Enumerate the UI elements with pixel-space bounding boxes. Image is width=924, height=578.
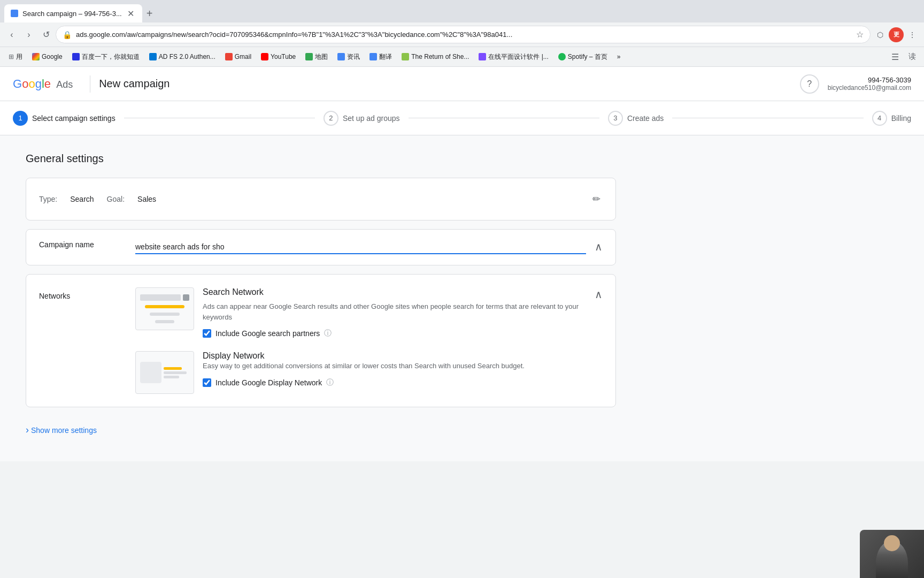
type-goal-card-content: Type: Search Goal: Sales ✏	[26, 178, 615, 220]
networks-card: Networks	[26, 274, 616, 407]
illus-bar-3	[155, 320, 175, 323]
extensions-button[interactable]: ⬡	[873, 27, 888, 42]
bookmark-label: Spotify – 首页	[568, 52, 607, 62]
account-id: 994-756-3039	[828, 76, 911, 84]
step-2[interactable]: 2 Set up ad groups	[324, 111, 400, 126]
search-network-title: Search Network	[203, 287, 264, 297]
new-tab-button[interactable]: +	[142, 5, 157, 22]
step-4[interactable]: 4 Billing	[872, 111, 911, 126]
section-title: General settings	[26, 153, 616, 165]
step-2-label: Set up ad groups	[343, 114, 400, 123]
step-connector-3	[672, 118, 863, 118]
step-1-circle: 1	[13, 111, 28, 126]
display-illustration	[135, 351, 194, 394]
bookmark-spotify[interactable]: Spotify – 首页	[554, 51, 612, 63]
bookmark-star-icon[interactable]: ☆	[856, 29, 864, 40]
menu-button[interactable]: ⋮	[905, 27, 920, 42]
type-goal-row: Type: Search Goal: Sales ✏	[39, 191, 603, 207]
show-more-settings-row[interactable]: › Show more settings	[26, 416, 616, 444]
chevron-up-icon: ∧	[595, 241, 603, 253]
bookmark-youtube[interactable]: YouTube	[257, 51, 300, 62]
step-connector-2	[409, 118, 599, 118]
display-network-info-icon[interactable]: ⓘ	[326, 378, 334, 387]
collapse-campaign-name-button[interactable]: ∧	[595, 240, 603, 253]
search-partners-info-icon[interactable]: ⓘ	[324, 329, 332, 338]
bookmark-label: Gmail	[235, 53, 251, 60]
step-3-label: Create ads	[627, 114, 664, 123]
search-network-illustrations	[135, 287, 194, 330]
bookmark-news[interactable]: 资讯	[333, 51, 364, 63]
display-network-label[interactable]: Include Google Display Network	[215, 378, 322, 387]
step-2-number: 2	[329, 114, 333, 122]
collapse-search-network-button[interactable]: ∧	[595, 288, 603, 301]
bookmark-design[interactable]: 在线平面设计软件 |...	[474, 51, 552, 63]
header-divider	[90, 75, 90, 93]
illus-search-icon-shape	[183, 294, 189, 301]
back-button[interactable]: ‹	[4, 27, 19, 42]
bookmark-return[interactable]: The Return of She...	[397, 51, 473, 62]
tab-close-button[interactable]: ✕	[126, 9, 136, 18]
edit-button[interactable]: ✏	[590, 191, 603, 207]
browser-chrome: Search campaign – 994-756-3... ✕ + ‹ › ↺…	[0, 0, 924, 67]
step-1: 1 Select campaign settings	[13, 111, 116, 126]
search-partners-row: Include Google search partners ⓘ	[203, 329, 603, 338]
bookmark-more[interactable]: »	[613, 51, 625, 62]
bookmark-label: 资讯	[347, 52, 360, 62]
bookmark-gmail[interactable]: Gmail	[221, 51, 256, 62]
profile-button[interactable]: 更	[889, 27, 904, 42]
display-illus-bar-2	[164, 371, 187, 374]
bookmark-apps[interactable]: ⊞ 用	[4, 51, 27, 63]
display-network-checkbox[interactable]	[203, 378, 211, 387]
networks-label: Networks	[39, 287, 135, 394]
refresh-button[interactable]: ↺	[38, 27, 53, 42]
bookmark-baidu[interactable]: 百度一下，你就知道	[68, 51, 144, 63]
help-icon: ?	[807, 79, 812, 89]
address-bar[interactable]: 🔒 ads.google.com/aw/campaigns/new/search…	[56, 26, 871, 43]
help-button[interactable]: ?	[800, 74, 819, 94]
reading-mode[interactable]: 读	[905, 49, 920, 64]
display-illus-bar-3	[164, 376, 179, 378]
apps-icon: ⊞	[9, 53, 14, 60]
step-1-label: Select campaign settings	[32, 114, 116, 123]
display-network-title: Display Network	[203, 351, 265, 360]
pencil-icon: ✏	[592, 194, 600, 204]
search-illustration	[135, 287, 194, 330]
step-connector-1	[124, 118, 315, 118]
step-3-circle: 3	[608, 111, 623, 126]
search-network-section: Search Network ∧ Ads can appear near Goo…	[135, 287, 603, 338]
forward-button[interactable]: ›	[21, 27, 36, 42]
bookmark-label: 用	[16, 52, 22, 62]
search-network-desc: Ads can appear near Google Search result…	[203, 301, 603, 322]
page-body: General settings Type: Search Goal: Sale…	[0, 135, 924, 461]
step-1-number: 1	[18, 114, 22, 122]
step-4-circle: 4	[872, 111, 887, 126]
search-partners-label[interactable]: Include Google search partners	[215, 329, 320, 338]
step-3[interactable]: 3 Create ads	[608, 111, 664, 126]
campaign-name-label: Campaign name	[39, 240, 135, 249]
show-more-label: Show more settings	[31, 426, 97, 435]
display-network-illustrations	[135, 351, 194, 394]
display-illus-lines	[164, 362, 189, 383]
bookmark-adfs[interactable]: AD FS 2.0 Authen...	[145, 51, 220, 62]
tab-favicon	[11, 10, 18, 17]
goal-value: Sales	[137, 195, 156, 203]
type-value: Search	[70, 195, 94, 203]
campaign-name-input[interactable]	[135, 240, 586, 254]
bookmark-label: AD FS 2.0 Authen...	[159, 53, 215, 60]
display-illus-bar-1	[164, 367, 182, 370]
nav-icons-group: ⬡ 更 ⋮	[873, 27, 920, 42]
lock-icon: 🔒	[63, 31, 72, 39]
bookmark-translate[interactable]: 翻译	[365, 51, 396, 63]
active-tab[interactable]: Search campaign – 994-756-3... ✕	[4, 4, 142, 22]
bookmark-google[interactable]: Google	[28, 51, 67, 62]
search-partners-checkbox[interactable]	[203, 329, 211, 338]
sidebar-toggle[interactable]: ☰	[888, 49, 903, 64]
illus-bar-1	[145, 305, 184, 308]
illus-top	[140, 294, 189, 301]
search-network-info: Search Network ∧ Ads can appear near Goo…	[203, 287, 603, 338]
campaign-title: New campaign	[99, 78, 170, 90]
bookmark-maps[interactable]: 地图	[301, 51, 332, 63]
illus-bar-2	[150, 313, 179, 316]
step-2-circle: 2	[324, 111, 338, 126]
step-4-number: 4	[877, 114, 881, 122]
